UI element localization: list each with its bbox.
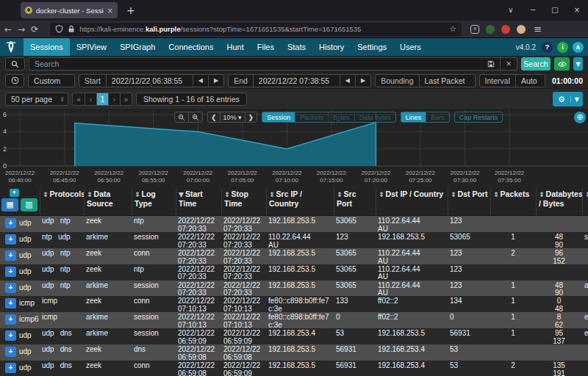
nav-item-sessions[interactable]: Sessions xyxy=(24,38,70,56)
end-step-back-icon[interactable]: ◀ xyxy=(340,75,355,87)
protocol-value[interactable]: ntp xyxy=(60,265,71,273)
column-header-dst-port[interactable]: ⇕Dst Port xyxy=(448,188,490,215)
zoom-level-select[interactable]: 10% ▾ xyxy=(220,112,245,122)
start-step-back-icon[interactable]: ◀ xyxy=(193,75,208,87)
page-number-button[interactable]: 1 xyxy=(96,93,108,105)
expand-session-button[interactable]: + xyxy=(5,363,16,373)
save-search-button[interactable] xyxy=(482,58,500,70)
table-row[interactable]: +udpudpdnszeekdns2022/12/2206:59:082022/… xyxy=(0,344,588,361)
search-input[interactable] xyxy=(29,59,482,68)
column-header-databytes-bytes[interactable]: ⇕Databytes / Bytes xyxy=(536,188,582,215)
start-time-input[interactable]: 2022/12/22 06:38:55 xyxy=(106,75,193,87)
nav-item-history[interactable]: History xyxy=(312,38,351,56)
collapse-header-icon[interactable]: ∧ xyxy=(573,42,584,53)
nav-item-spigraph[interactable]: SPIGraph xyxy=(113,38,162,56)
metric-data-bytes-button[interactable]: Data bytes xyxy=(354,112,395,122)
new-tab-button[interactable]: + xyxy=(126,4,135,16)
clear-search-icon[interactable]: ✕ xyxy=(500,58,517,70)
sort-icon[interactable]: ⇕ xyxy=(43,191,49,198)
last-page-button[interactable]: » xyxy=(120,93,132,105)
search-icon-button[interactable] xyxy=(5,57,25,70)
lock-icon[interactable] xyxy=(68,25,75,33)
prev-page-button[interactable]: ‹ xyxy=(85,93,96,105)
map-globe-button[interactable]: ⊕ xyxy=(574,112,586,123)
table-row[interactable]: +udpudpntpzeekntp2022/12/2207:20:332022/… xyxy=(0,264,588,281)
protocol-value[interactable]: udp xyxy=(42,265,54,273)
column-header-log-type[interactable]: ⇕Log Type xyxy=(132,188,176,215)
views-eye-button[interactable] xyxy=(554,57,570,70)
column-header-clipped[interactable]: ⇕ xyxy=(582,188,588,215)
column-header-start-time[interactable]: ▼Start Time xyxy=(176,188,221,215)
metric-bytes-button[interactable]: Bytes xyxy=(328,112,354,122)
column-header-dst-ip-country[interactable]: ⇕Dst IP / Country xyxy=(376,188,448,215)
style-lines-button[interactable]: Lines xyxy=(401,112,426,122)
sort-icon[interactable]: ⇕ xyxy=(585,191,588,198)
sort-icon[interactable]: ⇕ xyxy=(451,191,456,198)
table-row[interactable]: +udpudpntpzeekntp2022/12/2207:20:332022/… xyxy=(0,216,588,232)
table-settings-button[interactable]: ⚙ ▼ xyxy=(553,92,583,106)
protocol-value[interactable]: dns xyxy=(60,329,72,337)
forward-icon[interactable]: → xyxy=(18,25,25,34)
column-header-src-port[interactable]: ⇕Src Port xyxy=(334,188,376,215)
column-header-protocols[interactable]: ⇕Protocols xyxy=(40,188,84,215)
bounding-select[interactable]: Last Packet xyxy=(419,75,475,87)
expand-session-button[interactable]: + xyxy=(5,234,16,245)
protocol-value[interactable]: udp xyxy=(42,329,54,337)
settings-caret-icon[interactable]: ▼ xyxy=(570,96,583,103)
shield-icon[interactable] xyxy=(55,25,63,33)
cap-restarts-button[interactable]: Cap Restarts xyxy=(455,112,503,122)
expand-session-button[interactable]: + xyxy=(5,218,16,228)
zoom-in-button[interactable] xyxy=(188,112,202,122)
metric-packets-button[interactable]: Packets xyxy=(295,112,328,122)
first-page-button[interactable]: « xyxy=(73,93,85,105)
zoom-out-button[interactable] xyxy=(175,112,188,122)
table-row[interactable]: +udpudpdnszeekconn2022/12/2206:59:082022… xyxy=(0,361,588,376)
table-row[interactable]: +udpudpntpzeekconn2022/12/2207:20:332022… xyxy=(0,248,588,264)
nav-item-users[interactable]: Users xyxy=(393,38,428,56)
extension-icon-green[interactable] xyxy=(486,25,495,34)
time-range-select[interactable]: Custom xyxy=(28,74,75,87)
table-row[interactable]: +udpudpntparkimesession2022/12/2207:20:3… xyxy=(0,281,588,297)
nav-item-hunt[interactable]: Hunt xyxy=(220,38,250,56)
pan-left-button[interactable]: ❮ xyxy=(208,112,220,122)
column-header-data-source[interactable]: ⇕Data Source xyxy=(84,188,132,215)
protocol-value[interactable]: ntp xyxy=(60,281,71,289)
metric-session-button[interactable]: Session xyxy=(262,112,295,122)
nav-item-files[interactable]: Files xyxy=(251,38,281,56)
column-header-src-ip-country[interactable]: ⇕Src IP / Country xyxy=(266,188,334,215)
protocol-value[interactable]: ntp xyxy=(42,233,52,241)
help-icon[interactable]: ? xyxy=(542,42,553,53)
protocol-value[interactable]: udp xyxy=(42,361,54,369)
extension-icon-red[interactable] xyxy=(501,25,510,34)
protocol-value[interactable]: udp xyxy=(58,233,71,241)
maximize-icon[interactable]: □ xyxy=(544,0,566,21)
hamburger-menu-icon[interactable]: ≡ xyxy=(534,24,542,35)
next-page-button[interactable]: › xyxy=(108,93,120,105)
expand-session-button[interactable]: + xyxy=(5,250,16,261)
expand-session-button[interactable]: + xyxy=(5,283,16,293)
close-icon[interactable]: × xyxy=(566,0,588,21)
expand-session-button[interactable]: + xyxy=(5,267,16,277)
bookmark-star-icon[interactable]: ☆ xyxy=(449,24,456,34)
protocol-value[interactable]: udp xyxy=(42,249,54,257)
end-time-input[interactable]: 2022/12/22 07:38:55 xyxy=(253,75,340,87)
table-row[interactable]: +udpntpudparkimesession2022/12/2207:20:3… xyxy=(0,232,588,248)
sort-icon[interactable]: ⇕ xyxy=(135,191,140,198)
end-step-forward-icon[interactable]: ▶ xyxy=(355,75,370,87)
start-step-forward-icon[interactable]: ▶ xyxy=(208,75,223,87)
protocol-value[interactable]: ntp xyxy=(60,217,71,225)
expand-session-button[interactable]: + xyxy=(5,314,16,325)
add-column-icon[interactable]: + xyxy=(10,189,19,197)
protocol-value[interactable]: icmp xyxy=(42,313,57,321)
time-settings-button[interactable] xyxy=(5,74,24,87)
expand-session-button[interactable]: + xyxy=(5,330,16,341)
protocol-value[interactable]: dns xyxy=(60,361,72,369)
interval-select[interactable]: Auto xyxy=(515,75,545,87)
search-actions-caret-icon[interactable]: ▼ xyxy=(573,57,583,70)
health-status-icon[interactable]: i xyxy=(557,42,568,53)
table-row[interactable]: +icmpicmpzeekconn2022/12/2207:10:132022/… xyxy=(0,296,588,312)
protocol-value[interactable]: icmp xyxy=(42,297,57,305)
save-page-extension-icon[interactable]: ∨ xyxy=(470,25,479,34)
style-bars-button[interactable]: Bars xyxy=(426,112,449,122)
nav-item-stats[interactable]: Stats xyxy=(281,38,312,56)
